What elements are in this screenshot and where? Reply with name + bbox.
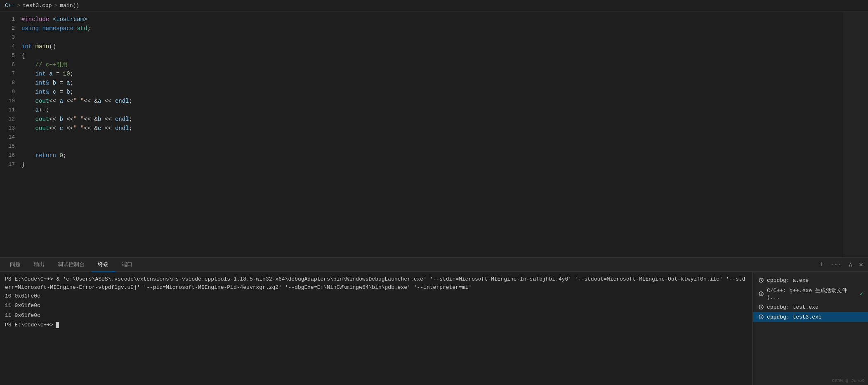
code-line: 3: [0, 33, 868, 42]
code-line: 4int main(): [0, 42, 868, 51]
debug-process-icon: [758, 304, 764, 310]
breadcrumb-sep2: >: [54, 2, 57, 9]
panel-tab-output[interactable]: 输出: [27, 257, 51, 272]
code-line: 13 cout<< c <<" "<< &c << endl;: [0, 124, 868, 133]
line-number: 1: [0, 15, 21, 24]
breadcrumb: C++ > test3.cpp > main(): [0, 0, 868, 12]
panel-content: PS E:\Code\C++> & 'c:\Users\ASUS\.vscode…: [0, 272, 868, 385]
debug-items-container: cppdbg: a.exeC/C++: g++.exe 生成活动文件 (... …: [753, 275, 868, 322]
debug-item-cpp[interactable]: C/C++: g++.exe 生成活动文件 (... ✓: [753, 285, 868, 302]
line-content: {: [21, 51, 868, 60]
code-line: 1#include <iostream>: [0, 15, 868, 24]
code-line: 10 cout<< a <<" "<< &a << endl;: [0, 97, 868, 106]
panel-tab-terminal[interactable]: 终端: [91, 257, 115, 272]
debug-item-label: C/C++: g++.exe 生成活动文件 (...: [767, 287, 857, 300]
line-content: int& b = a;: [21, 78, 868, 87]
code-lines: 1#include <iostream>2using namespace std…: [0, 15, 868, 169]
panel-tabs-container: 问题输出调试控制台终端端口: [3, 257, 139, 272]
debug-process-icon: [758, 277, 764, 283]
minimap: [843, 12, 868, 257]
code-line: 8 int& b = a;: [0, 78, 868, 87]
line-content: a++;: [21, 106, 868, 115]
panel-tabs: 问题输出调试控制台终端端口 + ··· ∧ ✕: [0, 257, 868, 272]
line-number: 5: [0, 51, 21, 60]
line-content: int& c = b;: [21, 87, 868, 97]
breadcrumb-func[interactable]: main(): [60, 2, 79, 9]
code-line: 17}: [0, 160, 868, 169]
code-line: 7 int a = 10;: [0, 69, 868, 78]
code-line: 11 a++;: [0, 106, 868, 115]
code-line: 6 // c++引用: [0, 60, 868, 69]
line-number: 8: [0, 78, 21, 87]
add-terminal-button[interactable]: +: [818, 260, 825, 269]
panel-tab-ports[interactable]: 端口: [115, 257, 139, 272]
terminal-command: PS E:\Code\C++> & 'c:\Users\ASUS\.vscode…: [5, 275, 748, 291]
line-content: using namespace std;: [21, 24, 868, 33]
line-number: 9: [0, 87, 21, 97]
code-container[interactable]: 1#include <iostream>2using namespace std…: [0, 12, 868, 257]
line-content: cout<< b <<" "<< &b << endl;: [21, 115, 868, 124]
line-number: 12: [0, 115, 21, 124]
panel-area: 问题输出调试控制台终端端口 + ··· ∧ ✕ PS E:\Code\C++> …: [0, 257, 868, 385]
watermark: CSDN @ Jumo9: [832, 378, 865, 383]
line-content: int main(): [21, 42, 868, 51]
line-number: 6: [0, 60, 21, 69]
terminal-main[interactable]: PS E:\Code\C++> & 'c:\Users\ASUS\.vscode…: [0, 272, 752, 385]
line-content: #include <iostream>: [21, 15, 868, 24]
terminal-cursor: [56, 322, 59, 328]
line-content: int a = 10;: [21, 69, 868, 78]
code-line: 5{: [0, 51, 868, 60]
debug-item-label: cppdbg: a.exe: [767, 277, 863, 283]
terminal-prompt: PS E:\Code\C++>: [5, 322, 748, 328]
line-content: }: [21, 160, 868, 169]
panel-tab-debug-console[interactable]: 调试控制台: [51, 257, 91, 272]
panel-tab-actions: + ··· ∧ ✕: [818, 260, 865, 269]
debug-item-test[interactable]: cppdbg: test.exe: [753, 302, 868, 312]
terminal-prompt-text: PS E:\Code\C++>: [5, 322, 53, 328]
debug-check-icon: ✓: [860, 291, 863, 297]
code-line: 2using namespace std;: [0, 24, 868, 33]
line-number: 2: [0, 24, 21, 33]
line-number: 4: [0, 42, 21, 51]
code-line: 9 int& c = b;: [0, 87, 868, 97]
line-number: 14: [0, 133, 21, 142]
editor-area: 1#include <iostream>2using namespace std…: [0, 12, 868, 257]
code-line: 12 cout<< b <<" "<< &b << endl;: [0, 115, 868, 124]
close-panel-button[interactable]: ✕: [857, 260, 865, 269]
collapse-panel-button[interactable]: ∧: [847, 260, 854, 269]
line-number: 17: [0, 160, 21, 169]
debug-panel: cppdbg: a.exeC/C++: g++.exe 生成活动文件 (... …: [752, 272, 868, 385]
breadcrumb-lang[interactable]: C++: [5, 2, 14, 9]
line-number: 13: [0, 124, 21, 133]
terminal-output-1: 10 0x61fe0c: [5, 291, 748, 301]
code-line: 15: [0, 142, 868, 151]
debug-process-icon: [758, 314, 764, 320]
panel-tab-problems[interactable]: 问题: [3, 257, 27, 272]
line-content: cout<< c <<" "<< &c << endl;: [21, 124, 868, 133]
debug-item-label: cppdbg: test3.exe: [767, 314, 863, 320]
line-number: 3: [0, 33, 21, 42]
code-line: 14: [0, 133, 868, 142]
line-content: cout<< a <<" "<< &a << endl;: [21, 97, 868, 106]
line-number: 7: [0, 69, 21, 78]
terminal-output-3: 11 0x61fe0c: [5, 311, 748, 320]
line-content: return 0;: [21, 151, 868, 160]
line-number: 10: [0, 97, 21, 106]
line-number: 16: [0, 151, 21, 160]
line-number: 15: [0, 142, 21, 151]
debug-item-label: cppdbg: test.exe: [767, 304, 863, 310]
code-line: 16 return 0;: [0, 151, 868, 160]
line-content: // c++引用: [21, 60, 868, 69]
terminal-output-2: 11 0x61fe0c: [5, 301, 748, 310]
debug-process-icon: [758, 291, 764, 297]
breadcrumb-file[interactable]: test3.cpp: [23, 2, 52, 9]
line-number: 11: [0, 106, 21, 115]
debug-item-test3[interactable]: cppdbg: test3.exe: [753, 312, 868, 322]
more-actions-button[interactable]: ···: [828, 260, 844, 269]
breadcrumb-sep1: >: [17, 2, 20, 9]
debug-item-a[interactable]: cppdbg: a.exe: [753, 275, 868, 285]
